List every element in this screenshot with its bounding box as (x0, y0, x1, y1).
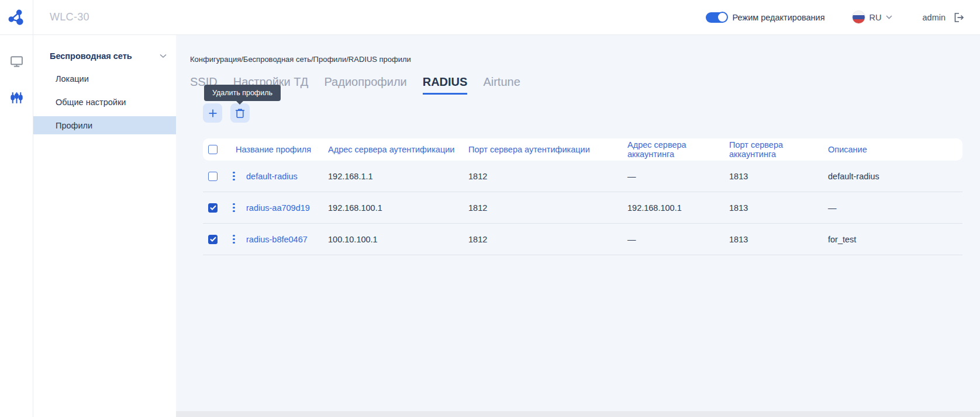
username: admin (923, 13, 946, 22)
language-code: RU (869, 13, 882, 22)
app-title: WLC-30 (50, 11, 89, 23)
col-header-profile-name[interactable]: Название профиля (230, 145, 328, 154)
col-header-acct-server-port[interactable]: Порт сервера аккаунтинга (729, 140, 828, 159)
main-content: Конфигурация/Беспроводная сеть/Профили/R… (176, 35, 980, 417)
row-checkbox[interactable] (208, 203, 218, 213)
bottom-scrollbar-track[interactable] (176, 411, 980, 417)
add-profile-button[interactable] (203, 103, 222, 123)
tab-airtune[interactable]: Airtune (483, 75, 520, 95)
acct-server-address-cell: — (627, 235, 729, 244)
auth-server-address-cell: 192.168.1.1 (328, 172, 468, 181)
sidebar-item-locations[interactable]: Локации (33, 70, 176, 88)
acct-server-address-cell: — (627, 172, 729, 181)
edit-mode-toggle[interactable] (706, 12, 727, 23)
acct-server-port-cell: 1813 (729, 172, 828, 181)
row-menu-kebab-icon[interactable] (230, 172, 238, 180)
breadcrumb: Конфигурация/Беспроводная сеть/Профили/R… (190, 55, 980, 64)
trash-icon (235, 108, 245, 119)
chevron-down-icon (160, 54, 167, 58)
auth-server-port-cell: 1812 (468, 172, 627, 181)
network-nodes-icon (8, 9, 25, 26)
icon-rail (0, 35, 33, 417)
tab-radio-profiles[interactable]: Радиопрофили (324, 75, 406, 95)
toggle-knob (717, 12, 728, 23)
sidebar-group-wireless-network[interactable]: Беспроводная сеть (33, 48, 176, 64)
tab-radius[interactable]: RADIUS (423, 75, 468, 95)
russia-flag-icon (852, 11, 865, 24)
row-checkbox[interactable] (208, 235, 218, 244)
col-header-description[interactable]: Описание (828, 145, 962, 154)
table-row: radius-aa709d19 192.168.100.1 1812 192.1… (203, 192, 962, 224)
table-row: default-radius 192.168.1.1 1812 — 1813 d… (203, 161, 962, 192)
sidebar-item-profiles[interactable]: Профили (33, 116, 176, 134)
language-selector[interactable]: RU (852, 11, 892, 24)
plus-icon (208, 109, 218, 118)
acct-server-address-cell: 192.168.100.1 (627, 203, 729, 213)
acct-server-port-cell: 1813 (729, 235, 828, 244)
select-all-checkbox[interactable] (208, 145, 218, 154)
rail-item-configuration[interactable] (0, 84, 33, 111)
sidebar: Беспроводная сеть Локации Общие настройк… (33, 35, 176, 417)
radius-profiles-table: Название профиля Адрес сервера аутентифи… (203, 138, 962, 255)
table-body: default-radius 192.168.1.1 1812 — 1813 d… (203, 161, 962, 255)
auth-server-port-cell: 1812 (468, 203, 627, 213)
tooltip-caret (236, 100, 244, 105)
delete-profile-button[interactable] (230, 103, 250, 123)
table-header-row: Название профиля Адрес сервера аутентифи… (203, 138, 962, 161)
table-toolbar: Удалить профиль (203, 103, 980, 123)
auth-server-port-cell: 1812 (468, 235, 627, 244)
acct-server-port-cell: 1813 (729, 203, 828, 213)
row-menu-kebab-icon[interactable] (230, 203, 238, 212)
row-menu-kebab-icon[interactable] (230, 235, 238, 244)
tab-bar: SSID Настройки ТД Радиопрофили RADIUS Ai… (190, 75, 980, 95)
auth-server-address-cell: 192.168.100.1 (328, 203, 468, 213)
table-row: radius-b8fe0467 100.10.100.1 1812 — 1813… (203, 224, 962, 255)
sliders-icon (9, 91, 24, 105)
description-cell: default-radius (828, 172, 962, 181)
delete-tooltip-text: Удалить профиль (212, 89, 272, 97)
delete-tooltip: Удалить профиль (204, 85, 281, 101)
description-cell: for_test (828, 235, 962, 244)
logout-icon[interactable] (953, 12, 965, 23)
col-header-acct-server-address[interactable]: Адрес сервера аккаунтинга (627, 140, 729, 159)
col-header-auth-server-port[interactable]: Порт сервера аутентификации (468, 145, 627, 154)
profile-name-link[interactable]: radius-b8fe0467 (246, 235, 328, 244)
profile-name-link[interactable]: default-radius (246, 172, 328, 181)
app-logo (0, 0, 33, 35)
chevron-down-icon (886, 15, 892, 19)
auth-server-address-cell: 100.10.100.1 (328, 235, 468, 244)
col-header-auth-server-address[interactable]: Адрес сервера аутентификации (328, 145, 468, 154)
profile-name-link[interactable]: radius-aa709d19 (246, 203, 328, 213)
edit-mode-label: Режим редактирования (733, 13, 825, 22)
monitor-icon (9, 54, 24, 69)
rail-item-monitoring[interactable] (0, 48, 33, 75)
sidebar-item-general-settings[interactable]: Общие настройки (33, 93, 176, 111)
top-bar: WLC-30 Режим редактирования RU admin (0, 0, 980, 35)
sidebar-group-title: Беспроводная сеть (50, 51, 160, 61)
row-checkbox[interactable] (208, 172, 218, 181)
description-cell: — (828, 203, 962, 213)
